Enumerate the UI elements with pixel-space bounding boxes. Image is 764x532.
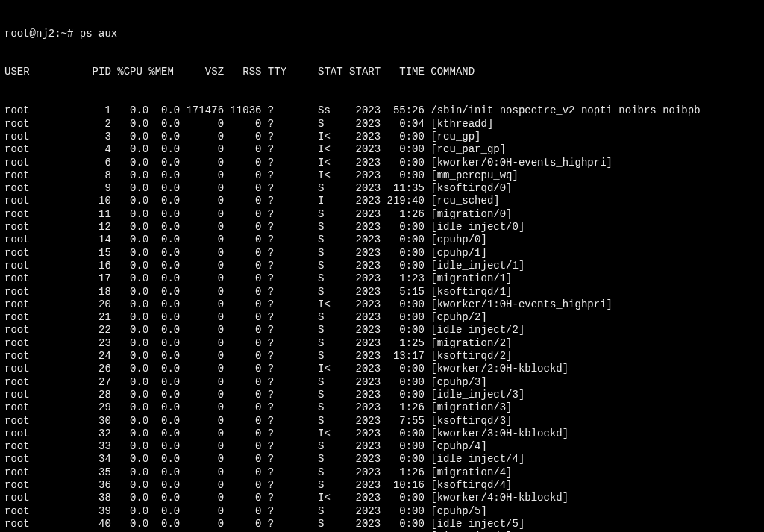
ps-row: root 15 0.0 0.0 0 0 ? S 2023 0:00 [cpuhp…: [4, 247, 760, 260]
ps-row: root 28 0.0 0.0 0 0 ? S 2023 0:00 [idle_…: [4, 389, 760, 401]
ps-row: root 4 0.0 0.0 0 0 ? I< 2023 0:00 [rcu_p…: [4, 143, 760, 156]
ps-row: root 33 0.0 0.0 0 0 ? S 2023 0:00 [cpuhp…: [4, 440, 760, 453]
ps-row: root 24 0.0 0.0 0 0 ? S 2023 13:17 [ksof…: [4, 350, 760, 363]
ps-row: root 18 0.0 0.0 0 0 ? S 2023 5:15 [ksoft…: [4, 286, 760, 298]
ps-row: root 38 0.0 0.0 0 0 ? I< 2023 0:00 [kwor…: [4, 492, 760, 504]
ps-row: root 23 0.0 0.0 0 0 ? S 2023 1:25 [migra…: [4, 337, 760, 350]
ps-row: root 29 0.0 0.0 0 0 ? S 2023 1:26 [migra…: [4, 401, 760, 414]
ps-row: root 26 0.0 0.0 0 0 ? I< 2023 0:00 [kwor…: [4, 363, 760, 375]
ps-row: root 8 0.0 0.0 0 0 ? I< 2023 0:00 [mm_pe…: [4, 169, 760, 182]
ps-row: root 20 0.0 0.0 0 0 ? I< 2023 0:00 [kwor…: [4, 298, 760, 311]
ps-row: root 40 0.0 0.0 0 0 ? S 2023 0:00 [idle_…: [4, 518, 760, 531]
ps-row: root 27 0.0 0.0 0 0 ? S 2023 0:00 [cpuhp…: [4, 376, 760, 389]
ps-row: root 30 0.0 0.0 0 0 ? S 2023 7:55 [ksoft…: [4, 415, 760, 428]
ps-row: root 17 0.0 0.0 0 0 ? S 2023 1:23 [migra…: [4, 272, 760, 285]
ps-row: root 9 0.0 0.0 0 0 ? S 2023 11:35 [ksoft…: [4, 182, 760, 195]
command-prompt: root@nj2:~# ps aux: [4, 28, 760, 40]
ps-row: root 21 0.0 0.0 0 0 ? S 2023 0:00 [cpuhp…: [4, 311, 760, 324]
ps-row: root 32 0.0 0.0 0 0 ? I< 2023 0:00 [kwor…: [4, 428, 760, 440]
ps-row: root 34 0.0 0.0 0 0 ? S 2023 0:00 [idle_…: [4, 453, 760, 466]
ps-row: root 11 0.0 0.0 0 0 ? S 2023 1:26 [migra…: [4, 208, 760, 221]
ps-row: root 6 0.0 0.0 0 0 ? I< 2023 0:00 [kwork…: [4, 157, 760, 169]
ps-header-row: USER PID %CPU %MEM VSZ RSS TTY STAT STAR…: [4, 66, 760, 78]
ps-row: root 39 0.0 0.0 0 0 ? S 2023 0:00 [cpuhp…: [4, 505, 760, 518]
ps-row: root 10 0.0 0.0 0 0 ? I 2023 219:40 [rcu…: [4, 195, 760, 207]
ps-row: root 12 0.0 0.0 0 0 ? S 2023 0:00 [idle_…: [4, 221, 760, 234]
terminal-output[interactable]: root@nj2:~# ps aux USER PID %CPU %MEM VS…: [0, 0, 764, 532]
ps-row: root 1 0.0 0.0 171476 11036 ? Ss 2023 55…: [4, 104, 760, 117]
ps-rows: root 1 0.0 0.0 171476 11036 ? Ss 2023 55…: [4, 104, 760, 532]
ps-row: root 22 0.0 0.0 0 0 ? S 2023 0:00 [idle_…: [4, 324, 760, 337]
ps-row: root 14 0.0 0.0 0 0 ? S 2023 0:00 [cpuhp…: [4, 234, 760, 246]
ps-row: root 36 0.0 0.0 0 0 ? S 2023 10:16 [ksof…: [4, 479, 760, 492]
ps-row: root 2 0.0 0.0 0 0 ? S 2023 0:04 [kthrea…: [4, 118, 760, 131]
ps-row: root 35 0.0 0.0 0 0 ? S 2023 1:26 [migra…: [4, 466, 760, 479]
ps-row: root 16 0.0 0.0 0 0 ? S 2023 0:00 [idle_…: [4, 260, 760, 272]
ps-row: root 3 0.0 0.0 0 0 ? I< 2023 0:00 [rcu_g…: [4, 131, 760, 143]
